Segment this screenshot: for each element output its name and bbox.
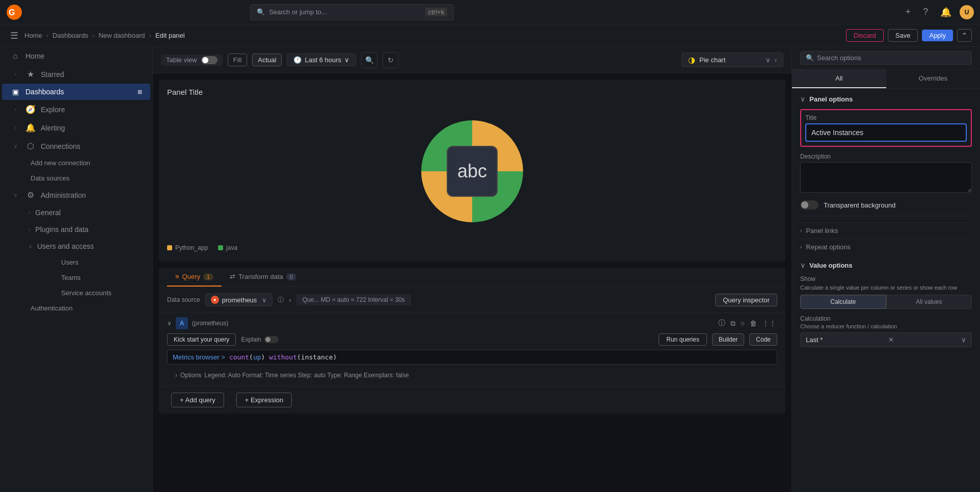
legend-label-python: Python_app [175,244,208,251]
transparent-bg-toggle[interactable] [800,200,819,210]
sidebar-item-data-sources[interactable]: Data sources [24,171,150,186]
query-info-icon[interactable]: ⓘ [278,296,284,304]
panel-type-picker[interactable]: ◑ Pie chart ∨ › [682,53,783,67]
sidebar-item-home[interactable]: ⌂ Home [2,47,150,65]
code-button[interactable]: Code [749,333,777,346]
query-help-btn[interactable]: ⓘ [717,318,726,329]
kick-start-button[interactable]: Kick start your query [167,333,236,346]
panel-type-label: Pie chart [699,56,725,64]
sidebar-item-explore-label: Explore [41,106,65,114]
metrics-browser-link[interactable]: Metrics browser > [173,353,225,361]
legend-dot-java [218,245,223,250]
value-options-title: Value options [809,262,853,269]
calculate-button[interactable]: Calculate [800,295,886,309]
table-view-toggle[interactable]: Table view [161,55,223,66]
tab-overrides[interactable]: Overrides [886,69,981,88]
menu-toggle[interactable]: ☰ [8,28,20,43]
query-collapse-icon[interactable]: ∨ [167,320,172,327]
sidebar-panel-icon: ⊞ [138,89,142,95]
breadcrumb-home[interactable]: Home [24,32,42,39]
global-search[interactable]: 🔍 Search or jump to... ctrl+k [250,4,454,20]
breadcrumb-new-dashboard[interactable]: New dashboard [98,32,145,39]
sidebar-item-teams[interactable]: Teams [55,270,150,285]
add-expression-button[interactable]: + Expression [236,393,292,407]
all-values-button[interactable]: All values [886,295,972,309]
apply-button[interactable]: Apply [922,30,953,41]
query-letter-a[interactable]: A [176,317,188,329]
chevron-right-icon-plugins: › [29,227,30,232]
options-label[interactable]: Options [180,372,201,379]
collapse-button[interactable]: ⌃ [957,29,972,42]
query-inspector-button[interactable]: Query inspector [715,294,777,306]
sidebar-item-general[interactable]: › General [24,204,150,221]
query-duplicate-btn[interactable]: ⧉ [729,318,737,329]
options-chevron[interactable]: › [175,372,177,379]
query-hide-btn[interactable]: ○ [740,318,746,329]
table-view-switch[interactable] [201,56,217,64]
query-drag-btn[interactable]: ⋮⋮ [761,318,777,329]
notifications-button[interactable]: 🔔 [936,5,956,20]
main-layout: ⌂ Home › ★ Starred ▣ Dashboards ⊞ › 🧭 Ex… [0,47,980,492]
sidebar-item-service-accounts[interactable]: Service accounts [55,286,150,300]
help-button[interactable]: ? [919,5,932,19]
value-options-header[interactable]: ∨ Value options [800,261,972,269]
search-options-input[interactable]: 🔍 Search options [800,51,972,65]
sidebar-item-dashboards-label: Dashboards [25,88,64,96]
title-field-label: Title [805,114,967,121]
panel-options-header[interactable]: ∨ Panel options [800,95,972,103]
fill-button[interactable]: Fill [228,54,248,66]
sidebar-item-administration[interactable]: ∨ ⚙ Administration [2,186,150,204]
panel-links-label: Panel links [806,227,838,235]
sidebar-item-starred-label: Starred [41,70,64,79]
query-delete-btn[interactable]: 🗑 [749,318,758,329]
zoom-out-button[interactable]: 🔍 [361,52,377,68]
add-query-button[interactable]: + Add query [171,393,224,407]
sidebar-item-connections[interactable]: ∨ ⬡ Connections [2,137,150,155]
explain-switch[interactable] [264,336,279,343]
sidebar-item-administration-label: Administration [41,191,86,199]
actual-button[interactable]: Actual [252,54,282,66]
calculation-clear[interactable]: ✕ [888,336,894,344]
query-meta[interactable]: Que... MD = auto = 722 Interval = 30s [296,294,411,305]
tab-query[interactable]: ≡ Query 1 [167,268,222,287]
sidebar-item-plugins[interactable]: › Plugins and data [24,221,150,238]
query-expand-icon[interactable]: › [289,296,291,304]
panel-links-chevron: › [800,228,802,234]
tab-transform[interactable]: ⇄ Transform data 0 [222,268,305,287]
svg-text:G: G [9,8,15,17]
discard-button[interactable]: Discard [846,29,884,42]
query-meta-text: Que... MD = auto = 722 Interval = 30s [303,296,405,303]
breadcrumb-dashboards[interactable]: Dashboards [52,32,88,39]
sidebar-item-authentication[interactable]: Authentication [24,301,150,316]
options-detail: Legend: Auto Format: Time series Step: a… [204,372,409,379]
sidebar-item-dashboards[interactable]: ▣ Dashboards ⊞ [2,84,150,100]
panel-area: Table view Fill Actual 🕐 Last 6 hours ∨ … [153,47,792,492]
sidebar-item-alerting[interactable]: › 🔔 Alerting [2,119,150,137]
add-button[interactable]: + [901,5,915,19]
connections-icon: ⬡ [25,141,36,151]
time-picker[interactable]: 🕐 Last 6 hours ∨ [287,54,356,66]
search-options-icon: 🔍 [806,54,814,62]
sidebar-item-explore[interactable]: › 🧭 Explore [2,100,150,118]
calculation-select[interactable]: Last * ✕ ∨ [800,332,972,347]
builder-button[interactable]: Builder [712,333,744,346]
description-textarea[interactable] [800,162,972,193]
tab-all[interactable]: All [792,69,886,88]
chevron-right-icon-general: › [29,210,30,216]
avatar[interactable]: U [960,5,974,19]
sidebar-item-users[interactable]: Users [55,255,150,270]
sidebar-item-users-access[interactable]: ∨ Users and access [24,238,150,254]
repeat-options-row[interactable]: › Repeat options [800,239,972,255]
logo[interactable]: G [6,4,22,20]
panel-links-row[interactable]: › Panel links [800,222,972,239]
data-source-select[interactable]: ● prometheus ∨ [205,293,273,306]
paren-open: ( [249,353,253,361]
run-queries-button[interactable]: Run queries [659,333,707,346]
sidebar-item-add-connection[interactable]: Add new connection [24,156,150,170]
save-button[interactable]: Save [888,29,918,42]
panel-toolbar: Table view Fill Actual 🕐 Last 6 hours ∨ … [153,47,792,73]
refresh-button[interactable]: ↻ [383,52,399,68]
title-input[interactable] [805,123,967,142]
breadcrumb-current: Edit panel [155,32,185,39]
sidebar-item-starred[interactable]: › ★ Starred [2,65,150,83]
